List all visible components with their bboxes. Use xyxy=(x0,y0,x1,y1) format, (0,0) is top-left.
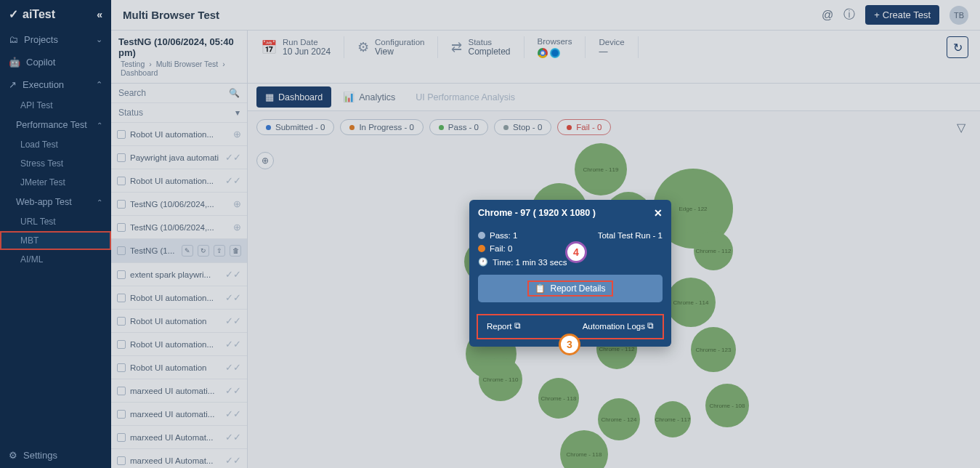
checkbox[interactable] xyxy=(117,340,126,349)
pill-submitted[interactable]: Submitted - 0 xyxy=(256,119,334,135)
nav-execution[interactable]: ↗ Execution ⌃ xyxy=(0,73,111,96)
copilot-icon: 🤖 xyxy=(9,57,20,68)
status-filter[interactable]: Status ▾ xyxy=(111,103,247,123)
avatar[interactable]: TB xyxy=(949,6,968,25)
create-test-button[interactable]: + Create Test xyxy=(865,5,939,25)
nav-projects[interactable]: 🗂 Projects ⌄ xyxy=(0,28,111,51)
checkbox[interactable] xyxy=(117,317,126,326)
browser-bubble[interactable]: Chrome - 110 xyxy=(479,358,522,401)
test-name: marxeed UI automati... xyxy=(130,410,221,419)
page-title: Multi Browser Test xyxy=(123,9,219,21)
browser-bubble[interactable]: Chrome - 114 xyxy=(666,278,716,327)
list-item[interactable]: TestNG (10/06/2024,...⊕ xyxy=(111,216,247,239)
nav-load-test[interactable]: Load Test xyxy=(0,135,111,154)
list-item[interactable]: Robot UI automation...✓✓ xyxy=(111,333,247,356)
list-item[interactable]: marxeed UI automati...✓✓ xyxy=(111,379,247,403)
nav-aiml[interactable]: AI/ML xyxy=(0,250,111,269)
popup-total: Total Test Run - 1 xyxy=(598,231,663,240)
nav-stress-test[interactable]: Stress Test xyxy=(0,154,111,173)
tab-analytics[interactable]: 📊Analytics xyxy=(334,86,404,108)
nav-url-test[interactable]: URL Test xyxy=(0,212,111,231)
browser-bubble[interactable]: Chrome - 118 xyxy=(538,378,579,419)
subheader: TestNG (10/06/2024, 05:40 pm) Testing › … xyxy=(111,31,980,84)
refresh-button[interactable]: ↻ xyxy=(947,36,968,58)
pill-label: Submitted - 0 xyxy=(275,123,325,132)
list-item[interactable]: Robot UI automation...✓✓ xyxy=(111,169,247,193)
browser-bubble[interactable]: Chrome - 124 xyxy=(598,398,640,440)
nav-copilot[interactable]: 🤖 Copilot xyxy=(0,51,111,73)
chevron-down-icon: ▾ xyxy=(235,108,240,118)
checkbox[interactable] xyxy=(117,153,126,162)
locate-icon[interactable]: ⊕ xyxy=(256,152,274,169)
nav-perf-test[interactable]: Performance Test ⌃ xyxy=(0,115,111,135)
list-item[interactable]: Robot UI automation...⊕ xyxy=(111,123,247,146)
automation-logs-link[interactable]: Automation Logs⧉ xyxy=(583,321,654,331)
action-icon[interactable]: ✎ xyxy=(182,245,193,257)
browser-bubble[interactable]: Chrome - 119 xyxy=(575,143,627,195)
checkbox[interactable] xyxy=(117,246,126,255)
checkbox[interactable] xyxy=(117,410,126,419)
pill-pass[interactable]: Pass - 0 xyxy=(429,119,488,135)
list-item[interactable]: Paywright java automati✓✓ xyxy=(111,146,247,169)
status-icon: ✓✓ xyxy=(225,269,241,280)
crumb-item[interactable]: Multi Browser Test xyxy=(156,60,219,68)
pill-fail[interactable]: Fail - 0 xyxy=(557,119,611,135)
browser-bubble[interactable]: Chrome - 108 xyxy=(705,384,749,427)
action-icon[interactable]: 🗑 xyxy=(230,245,241,257)
nav-mbt[interactable]: MBT xyxy=(0,231,111,250)
at-icon[interactable]: @ xyxy=(822,9,833,22)
report-details-button[interactable]: 📋Report Details xyxy=(478,275,663,302)
nav-settings[interactable]: ⚙ Settings xyxy=(0,443,111,468)
list-item[interactable]: TestNG (10/06/2024,...⊕ xyxy=(111,193,247,216)
list-item[interactable]: marxeed UI automati...✓✓ xyxy=(111,403,247,426)
list-item[interactable]: Robot UI automation...✓✓ xyxy=(111,286,247,310)
status-icon: ✓✓ xyxy=(225,315,241,326)
checkbox[interactable] xyxy=(117,363,126,372)
info-icon[interactable]: ⓘ xyxy=(843,7,855,23)
list-item[interactable]: Robot UI automation✓✓ xyxy=(111,356,247,379)
checkbox[interactable] xyxy=(117,223,126,232)
nav-webapp-test[interactable]: Web-app Test ⌃ xyxy=(0,192,111,212)
close-icon[interactable]: ✕ xyxy=(654,207,663,219)
tab-ui-perf[interactable]: UI Performance Analysis xyxy=(407,87,524,108)
checkbox[interactable] xyxy=(117,433,126,442)
dot-icon xyxy=(567,125,572,130)
search-input[interactable]: Search 🔍 xyxy=(111,84,247,103)
checkbox[interactable] xyxy=(117,270,126,279)
browser-bubble[interactable]: Chrome - 118 xyxy=(560,430,608,468)
meta-config[interactable]: ⚙ ConfigurationView xyxy=(344,36,438,58)
list-item[interactable]: marxeed UI Automat...✓✓ xyxy=(111,449,247,468)
list-item[interactable]: extent spark playwri...✓✓ xyxy=(111,263,247,286)
popup-title: Chrome - 97 ( 1920 X 1080 ) xyxy=(478,208,596,218)
test-name: Paywright java automati xyxy=(130,153,221,162)
nav-api-test[interactable]: API Test xyxy=(0,96,111,115)
collapse-icon[interactable]: « xyxy=(97,9,102,20)
report-link[interactable]: Report⧉ xyxy=(487,321,521,331)
list-item[interactable]: Robot UI automation✓✓ xyxy=(111,310,247,333)
tab-dashboard[interactable]: ▦Dashboard xyxy=(256,86,331,108)
pill-inprogress[interactable]: In Progress - 0 xyxy=(340,119,423,135)
browser-bubble[interactable]: Chrome - 112 xyxy=(694,231,733,270)
checkbox[interactable] xyxy=(117,177,126,185)
test-name: extent spark playwri... xyxy=(130,270,221,279)
browser-bubble[interactable]: Chrome - 117 xyxy=(655,401,691,437)
nav-jmeter-test[interactable]: JMeter Test xyxy=(0,173,111,192)
action-icon[interactable]: ↻ xyxy=(198,245,209,257)
crumb-item[interactable]: Testing xyxy=(121,60,145,68)
meta-value: View xyxy=(375,47,424,57)
action-icon[interactable]: ⇪ xyxy=(214,245,225,257)
pill-stop[interactable]: Stop - 0 xyxy=(494,119,551,135)
checkbox[interactable] xyxy=(117,387,126,395)
checkbox[interactable] xyxy=(117,456,126,465)
list-item[interactable]: marxeed UI Automat...✓✓ xyxy=(111,426,247,449)
test-name: marxeed UI Automat... xyxy=(130,456,221,465)
checkbox[interactable] xyxy=(117,294,126,302)
checkbox[interactable] xyxy=(117,200,126,209)
topbar: Multi Browser Test @ ⓘ + Create Test TB xyxy=(111,0,980,31)
filter-icon[interactable]: ▽ xyxy=(951,117,971,137)
checkbox[interactable] xyxy=(117,130,126,139)
list-item[interactable]: TestNG (1...✎↻⇪🗑 xyxy=(111,239,247,263)
browser-bubble[interactable]: Chrome - 123 xyxy=(691,327,736,372)
chrome-icon xyxy=(538,48,548,58)
tab-label: Analytics xyxy=(359,92,395,102)
